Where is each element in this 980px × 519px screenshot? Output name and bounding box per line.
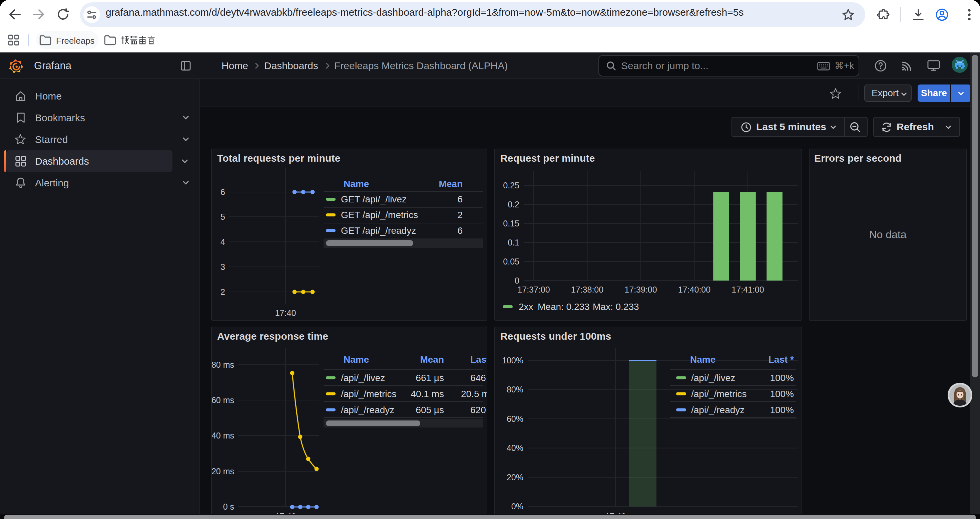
svg-text:17:37:00: 17:37:00 bbox=[517, 285, 550, 294]
svg-text:0%: 0% bbox=[511, 501, 523, 511]
svg-text:Name: Name bbox=[344, 179, 369, 189]
svg-text:Name: Name bbox=[690, 355, 716, 365]
svg-text:20%: 20% bbox=[507, 473, 523, 482]
svg-text:Max: 0.233: Max: 0.233 bbox=[593, 302, 639, 312]
svg-text:/api/_/livez: /api/_/livez bbox=[341, 373, 385, 383]
svg-text:2: 2 bbox=[221, 287, 225, 297]
svg-text:Mean: Mean bbox=[420, 355, 444, 365]
svg-text:605 µs: 605 µs bbox=[415, 405, 444, 415]
svg-text:Mean: 0.233: Mean: 0.233 bbox=[538, 302, 590, 312]
svg-text:0.2: 0.2 bbox=[508, 200, 519, 209]
svg-text:100%: 100% bbox=[770, 405, 794, 415]
svg-text:646: 646 bbox=[470, 373, 486, 383]
svg-text:80 ms: 80 ms bbox=[212, 360, 234, 369]
svg-text:40.1 ms: 40.1 ms bbox=[410, 389, 444, 399]
svg-text:620: 620 bbox=[470, 405, 486, 415]
svg-text:GET /api/_/livez: GET /api/_/livez bbox=[341, 194, 407, 204]
svg-text:661 µs: 661 µs bbox=[415, 373, 444, 383]
svg-text:0.1: 0.1 bbox=[508, 238, 519, 247]
svg-text:60%: 60% bbox=[507, 414, 523, 423]
svg-text:0.15: 0.15 bbox=[503, 219, 519, 228]
svg-text:3: 3 bbox=[221, 262, 225, 271]
svg-text:17:38:00: 17:38:00 bbox=[571, 285, 603, 294]
svg-text:Name: Name bbox=[344, 355, 369, 365]
svg-text:2xx: 2xx bbox=[519, 302, 533, 312]
svg-text:20.5 m: 20.5 m bbox=[461, 389, 487, 399]
svg-text:/api/_/livez: /api/_/livez bbox=[691, 373, 735, 383]
svg-text:6: 6 bbox=[457, 194, 463, 204]
svg-text:4: 4 bbox=[221, 237, 225, 246]
svg-text:GET /api/_/readyz: GET /api/_/readyz bbox=[341, 225, 416, 236]
svg-text:40%: 40% bbox=[507, 443, 523, 452]
svg-text:80%: 80% bbox=[507, 385, 523, 394]
svg-text:2: 2 bbox=[457, 210, 463, 220]
svg-text:0.05: 0.05 bbox=[503, 257, 519, 266]
svg-text:6: 6 bbox=[457, 225, 463, 236]
svg-text:17:40: 17:40 bbox=[275, 308, 296, 318]
svg-text:GET /api/_/metrics: GET /api/_/metrics bbox=[341, 210, 418, 220]
svg-text:100%: 100% bbox=[770, 373, 794, 383]
svg-text:6: 6 bbox=[221, 187, 225, 197]
svg-text:0 s: 0 s bbox=[223, 502, 234, 511]
svg-text:/api/_/readyz: /api/_/readyz bbox=[691, 405, 745, 415]
svg-text:17:40:00: 17:40:00 bbox=[678, 285, 711, 294]
svg-text:60 ms: 60 ms bbox=[212, 395, 234, 405]
svg-text:20 ms: 20 ms bbox=[212, 466, 234, 476]
svg-text:17:41:00: 17:41:00 bbox=[732, 285, 764, 294]
svg-text:/api/_/readyz: /api/_/readyz bbox=[341, 405, 394, 415]
svg-text:/api/_/metrics: /api/_/metrics bbox=[691, 389, 747, 399]
svg-text:17:39:00: 17:39:00 bbox=[624, 285, 657, 294]
svg-text:100%: 100% bbox=[770, 389, 794, 399]
svg-text:/api/_/metrics: /api/_/metrics bbox=[341, 389, 396, 399]
svg-text:0.25: 0.25 bbox=[503, 181, 519, 190]
svg-text:40 ms: 40 ms bbox=[212, 431, 234, 440]
svg-text:0: 0 bbox=[515, 276, 519, 285]
svg-text:100%: 100% bbox=[502, 356, 523, 365]
svg-text:Last *: Last * bbox=[470, 355, 487, 365]
svg-text:Last *: Last * bbox=[768, 355, 794, 365]
svg-text:Mean: Mean bbox=[439, 179, 463, 189]
svg-text:5: 5 bbox=[221, 212, 225, 222]
